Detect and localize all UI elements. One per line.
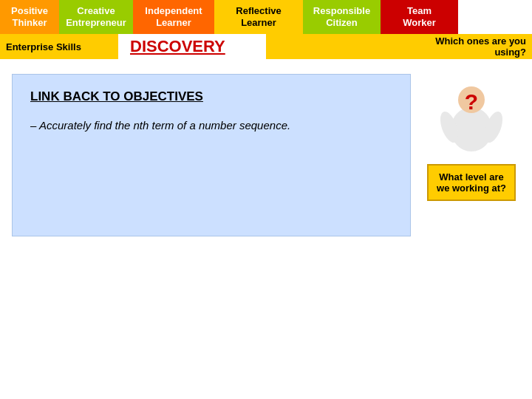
reflective-learner-tab[interactable]: Reflective Learner [214, 0, 303, 34]
second-row: Enterprise Skills DISCOVERY Which ones a… [0, 34, 532, 59]
enterprise-skills-label: Enterprise Skills [0, 34, 118, 59]
tab-label: Reflective Learner [236, 5, 281, 28]
top-navbar: Positive Thinker Creative Entrepreneur I… [0, 0, 532, 34]
responsible-citizen-tab[interactable]: Responsible Citizen [303, 0, 381, 34]
team-worker-tab[interactable]: Team Worker [381, 0, 458, 34]
objectives-text: – Accurately find the nth term of a numb… [30, 117, 392, 134]
objectives-title: LINK BACK TO OBJECTIVES [30, 89, 392, 104]
tab-label: Responsible Citizen [313, 5, 370, 28]
what-level-box: What level are we working at? [427, 164, 516, 201]
tab-label: Positive Thinker [11, 5, 48, 28]
which-ones-label: Which ones are you using? [266, 34, 532, 59]
question-mark-figure: ? [431, 74, 512, 155]
tab-label: Creative Entrepreneur [66, 5, 126, 28]
svg-text:?: ? [465, 89, 478, 114]
right-panel: ? What level are we working at? [423, 74, 520, 236]
discovery-label: DISCOVERY [118, 37, 266, 56]
main-content: LINK BACK TO OBJECTIVES – Accurately fin… [0, 59, 532, 244]
objectives-box: LINK BACK TO OBJECTIVES – Accurately fin… [12, 74, 411, 236]
independent-learner-tab[interactable]: Independent Learner [133, 0, 214, 34]
tab-label: Independent Learner [145, 5, 202, 28]
tab-label: Team Worker [403, 5, 436, 28]
positive-thinker-tab[interactable]: Positive Thinker [0, 0, 59, 34]
creative-entrepreneur-tab[interactable]: Creative Entrepreneur [59, 0, 133, 34]
